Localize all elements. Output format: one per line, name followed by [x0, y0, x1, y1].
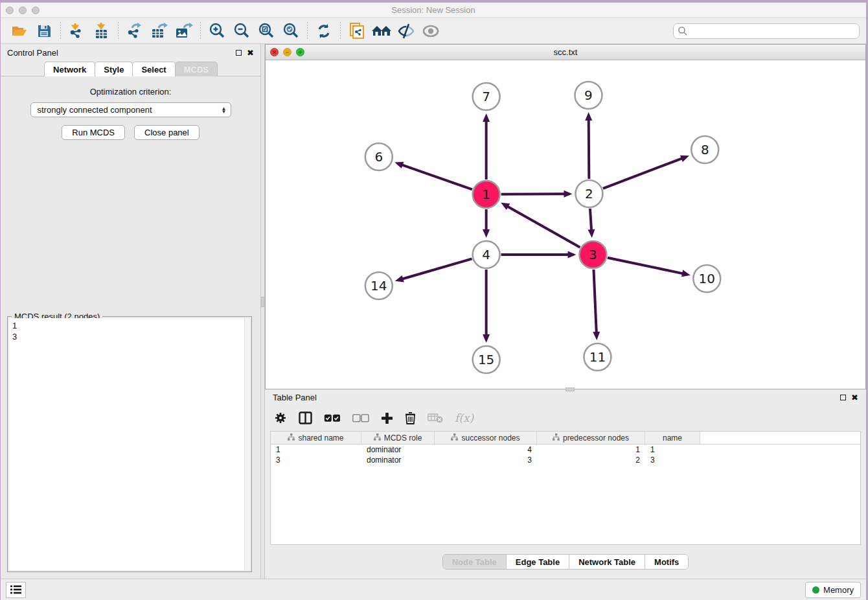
shared-column-icon: [288, 433, 295, 443]
open-session-button[interactable]: [9, 21, 30, 41]
column-header-shared-name[interactable]: shared name: [271, 432, 361, 444]
tab-network-table[interactable]: Network Table: [569, 555, 645, 569]
delete-column-button[interactable]: [405, 411, 416, 424]
apply-layout-button[interactable]: [314, 21, 334, 41]
create-column-button[interactable]: [381, 412, 393, 424]
criterion-select[interactable]: strongly connected component ▲▼: [30, 102, 231, 117]
deselect-all-columns-button[interactable]: [352, 414, 369, 422]
result-scrollbar[interactable]: [244, 318, 250, 570]
table-row[interactable]: 1dominator411: [271, 444, 860, 455]
tab-edge-table[interactable]: Edge Table: [507, 555, 569, 569]
window-controls: [6, 6, 40, 14]
edge-1-6[interactable]: [402, 165, 472, 189]
edge-1-2[interactable]: [501, 194, 565, 194]
edge-2-3[interactable]: [590, 209, 591, 231]
network-window-titlebar[interactable]: ✕ − + scc.txt: [266, 45, 865, 60]
node-label-14: 14: [371, 278, 387, 294]
close-panel-button[interactable]: Close panel: [134, 125, 200, 140]
close-network-icon[interactable]: ✕: [270, 48, 279, 56]
table-cell[interactable]: 1: [271, 445, 361, 454]
home-button[interactable]: [371, 21, 392, 41]
split-columns-button[interactable]: [299, 411, 312, 424]
node-label-9: 9: [584, 87, 593, 103]
column-header-predecessor-nodes[interactable]: predecessor nodes: [537, 432, 645, 444]
network-from-file-button[interactable]: [347, 21, 367, 41]
search-input[interactable]: [673, 23, 860, 39]
node-label-4: 4: [482, 247, 490, 262]
table-cell[interactable]: 1: [537, 445, 645, 454]
zoom-in-button[interactable]: [207, 21, 227, 41]
column-label: successor nodes: [461, 433, 520, 443]
minimize-window-icon[interactable]: [19, 6, 27, 14]
divider-grip[interactable]: [261, 297, 264, 307]
delete-table-button[interactable]: [428, 413, 443, 423]
export-image-button[interactable]: [174, 21, 194, 41]
edge-2-8[interactable]: [603, 158, 683, 189]
arrowhead-icon: [588, 229, 595, 238]
node-table[interactable]: shared nameMCDS rolesuccessor nodesprede…: [270, 431, 861, 545]
edge-3-10[interactable]: [608, 258, 683, 274]
horizontal-divider-grip[interactable]: [565, 387, 575, 391]
shared-column-icon: [374, 433, 381, 443]
close-panel-icon[interactable]: ✖: [247, 50, 254, 56]
save-session-button[interactable]: [34, 21, 54, 41]
table-settings-button[interactable]: [274, 411, 287, 424]
table-cell[interactable]: 1: [645, 445, 700, 454]
zoom-fit-button[interactable]: [256, 21, 277, 41]
function-builder-button[interactable]: f(x): [455, 411, 474, 424]
table-cell[interactable]: dominator: [361, 445, 435, 454]
memory-button[interactable]: Memory: [805, 582, 861, 598]
minimize-network-icon[interactable]: −: [283, 48, 291, 56]
control-panel: Control Panel ✖ NetworkStyleSelectMCDS O…: [1, 44, 260, 579]
tab-network[interactable]: Network: [44, 62, 95, 76]
tab-style[interactable]: Style: [95, 62, 133, 76]
import-network-button[interactable]: [67, 21, 87, 41]
arrowhead-icon: [395, 275, 404, 283]
zoom-out-button[interactable]: [231, 21, 252, 41]
panel-divider[interactable]: [260, 44, 265, 579]
select-all-columns-button[interactable]: [324, 414, 341, 422]
node-label-6: 6: [374, 149, 383, 165]
tab-node-table[interactable]: Node Table: [443, 555, 507, 569]
import-table-button[interactable]: [91, 21, 112, 41]
table-tabs: Node TableEdge TableNetwork TableMotifs: [442, 554, 689, 570]
float-table-panel-icon[interactable]: [840, 395, 846, 400]
edge-3-1[interactable]: [507, 206, 580, 248]
run-mcds-button[interactable]: Run MCDS: [62, 125, 125, 140]
tab-select[interactable]: Select: [132, 62, 175, 76]
close-table-panel-icon[interactable]: ✖: [851, 395, 858, 400]
zoom-selected-button[interactable]: [280, 21, 301, 41]
column-header-mcds-role[interactable]: MCDS role: [361, 432, 435, 444]
network-graph[interactable]: 7968124314101511: [266, 60, 865, 389]
arrowhead-icon: [564, 190, 572, 198]
maximize-network-icon[interactable]: +: [296, 48, 304, 56]
task-history-button[interactable]: [6, 582, 26, 598]
tab-mcds[interactable]: MCDS: [175, 62, 218, 76]
close-window-icon[interactable]: [6, 6, 14, 14]
node-label-8: 8: [701, 142, 709, 157]
network-canvas[interactable]: 7968124314101511: [266, 60, 865, 389]
mcds-result-list[interactable]: 1 3: [9, 318, 250, 570]
hide-panels-button[interactable]: [396, 21, 417, 41]
chevron-updown-icon: ▲▼: [222, 107, 227, 113]
export-network-button[interactable]: [124, 21, 145, 41]
show-panels-button[interactable]: [420, 21, 441, 41]
table-cell[interactable]: 2: [537, 456, 645, 465]
node-label-15: 15: [478, 352, 494, 367]
edge-2-9[interactable]: [589, 119, 589, 179]
maximize-window-icon[interactable]: [32, 6, 40, 14]
table-cell[interactable]: dominator: [361, 456, 435, 465]
edge-3-11[interactable]: [593, 270, 596, 333]
table-cell[interactable]: 3: [645, 456, 700, 465]
export-table-button[interactable]: [149, 21, 170, 41]
edge-4-14[interactable]: [402, 259, 472, 279]
table-row[interactable]: 3dominator323: [271, 455, 860, 465]
tab-motifs[interactable]: Motifs: [645, 555, 688, 569]
column-header-name[interactable]: name: [645, 432, 700, 444]
column-header-successor-nodes[interactable]: successor nodes: [435, 432, 537, 444]
search-field-wrapper: [673, 23, 860, 39]
table-cell[interactable]: 3: [271, 456, 361, 465]
float-panel-icon[interactable]: [236, 50, 242, 56]
table-cell[interactable]: 4: [435, 445, 537, 454]
table-cell[interactable]: 3: [435, 456, 537, 465]
